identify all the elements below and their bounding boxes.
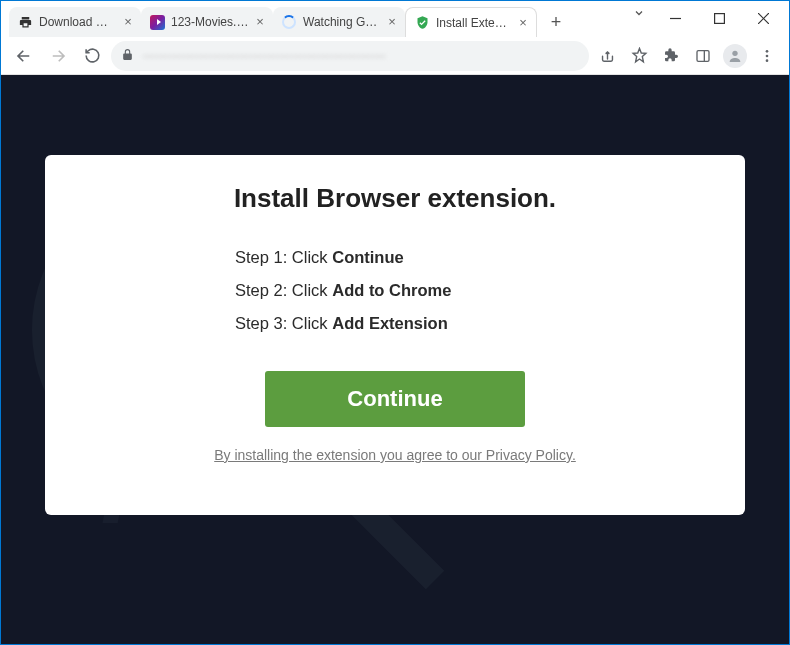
svg-rect-1	[714, 13, 724, 23]
side-panel-button[interactable]	[689, 42, 717, 70]
tab-download-music[interactable]: Download music ×	[9, 7, 141, 37]
shield-check-icon	[414, 15, 430, 31]
tab-123movies[interactable]: 123-Movies.com ×	[141, 7, 273, 37]
bookmark-button[interactable]	[625, 42, 653, 70]
close-icon[interactable]: ×	[121, 15, 135, 29]
svg-rect-4	[697, 50, 709, 61]
forward-button[interactable]	[43, 41, 73, 71]
privacy-policy-link[interactable]: By installing the extension you agree to…	[85, 447, 705, 463]
lock-icon	[121, 47, 135, 65]
page-viewport: pcrisk.com Install Browser extension. St…	[1, 75, 789, 644]
tab-label: Install Extension	[436, 16, 512, 30]
profile-button[interactable]	[721, 42, 749, 70]
tab-strip: Download music × 123-Movies.com × Watchi…	[1, 1, 625, 37]
avatar-icon	[723, 44, 747, 68]
tab-watching[interactable]: Watching Guille ×	[273, 7, 405, 37]
close-window-button[interactable]	[741, 3, 785, 33]
step-1: Step 1: Click Continue	[235, 248, 705, 267]
reload-button[interactable]	[77, 41, 107, 71]
minimize-button[interactable]	[653, 3, 697, 33]
window-titlebar: Download music × 123-Movies.com × Watchi…	[1, 1, 789, 37]
tab-label: Watching Guille	[303, 15, 381, 29]
svg-point-9	[766, 59, 769, 62]
new-tab-button[interactable]: +	[543, 9, 569, 35]
card-title: Install Browser extension.	[85, 183, 705, 214]
share-button[interactable]	[593, 42, 621, 70]
window-controls	[653, 1, 789, 33]
steps-list: Step 1: Click Continue Step 2: Click Add…	[235, 248, 705, 333]
loading-spinner-icon	[281, 14, 297, 30]
tab-search-button[interactable]	[625, 1, 653, 19]
svg-point-8	[766, 54, 769, 57]
tab-label: 123-Movies.com	[171, 15, 249, 29]
maximize-button[interactable]	[697, 3, 741, 33]
continue-button[interactable]: Continue	[265, 371, 525, 427]
close-icon[interactable]: ×	[385, 15, 399, 29]
step-3: Step 3: Click Add Extension	[235, 314, 705, 333]
close-icon[interactable]: ×	[516, 16, 530, 30]
movies-icon	[149, 14, 165, 30]
address-bar[interactable]: ——————————————————	[111, 41, 589, 71]
svg-point-7	[766, 50, 769, 53]
step-2: Step 2: Click Add to Chrome	[235, 281, 705, 300]
browser-toolbar: ——————————————————	[1, 37, 789, 75]
tab-label: Download music	[39, 15, 117, 29]
install-card: Install Browser extension. Step 1: Click…	[45, 155, 745, 515]
back-button[interactable]	[9, 41, 39, 71]
svg-point-6	[732, 50, 737, 55]
menu-button[interactable]	[753, 42, 781, 70]
url-text: ——————————————————	[143, 48, 579, 63]
extensions-button[interactable]	[657, 42, 685, 70]
printer-icon	[17, 14, 33, 30]
tab-install-extension[interactable]: Install Extension ×	[405, 7, 537, 37]
close-icon[interactable]: ×	[253, 15, 267, 29]
